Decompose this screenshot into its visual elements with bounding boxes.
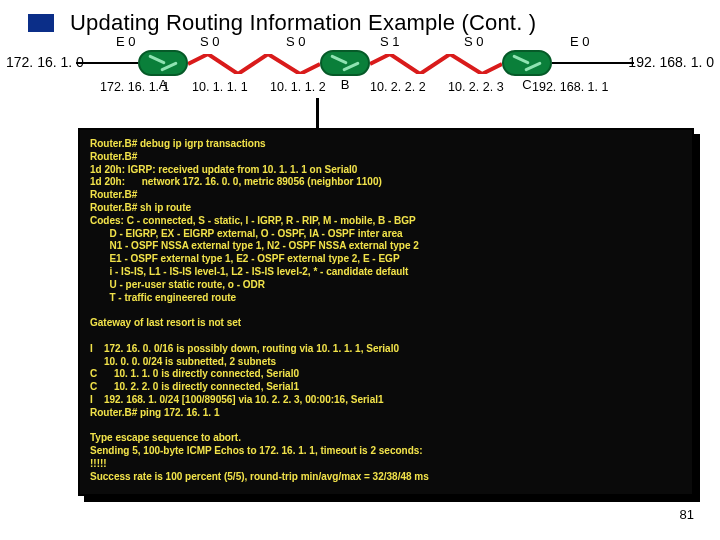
- left-network-label: 172. 16. 1. 0: [6, 54, 84, 70]
- router-c-label: C: [522, 77, 531, 92]
- right-network-label: 192. 168. 1. 0: [628, 54, 714, 70]
- wire-right: [552, 62, 634, 64]
- iface-b-s1: S 1: [380, 34, 400, 49]
- addr-c-e0: 192. 168. 1. 1: [532, 80, 608, 94]
- page-number: 81: [680, 507, 694, 522]
- addr-a-s0: 10. 1. 1. 1: [192, 80, 248, 94]
- addr-b-s0: 10. 1. 1. 2: [270, 80, 326, 94]
- router-c-icon: C: [502, 50, 552, 76]
- iface-c-s0: S 0: [464, 34, 484, 49]
- terminal-output: Router.B# debug ip igrp transactions Rou…: [78, 128, 694, 496]
- iface-b-s0: S 0: [286, 34, 306, 49]
- topology-diagram: 172. 16. 1. 0 192. 168. 1. 0 E 0 S 0 S 0…: [0, 46, 720, 118]
- wire-left: [76, 62, 138, 64]
- router-b-label: B: [341, 77, 350, 92]
- router-a-icon: A: [138, 50, 188, 76]
- serial-link-bc: [370, 54, 502, 74]
- slide-title-row: Updating Routing Information Example (Co…: [0, 0, 720, 42]
- slide-title: Updating Routing Information Example (Co…: [70, 10, 536, 36]
- serial-link-ab: [188, 54, 320, 74]
- title-bullet: [28, 14, 54, 32]
- addr-a-e0: 172. 16. 1. 1: [100, 80, 170, 94]
- iface-a-e0: E 0: [116, 34, 136, 49]
- router-b-icon: B: [320, 50, 370, 76]
- addr-b-s1: 10. 2. 2. 2: [370, 80, 426, 94]
- iface-c-e0: E 0: [570, 34, 590, 49]
- iface-a-s0: S 0: [200, 34, 220, 49]
- addr-c-s0: 10. 2. 2. 3: [448, 80, 504, 94]
- terminal-panel: Router.B# debug ip igrp transactions Rou…: [78, 128, 694, 496]
